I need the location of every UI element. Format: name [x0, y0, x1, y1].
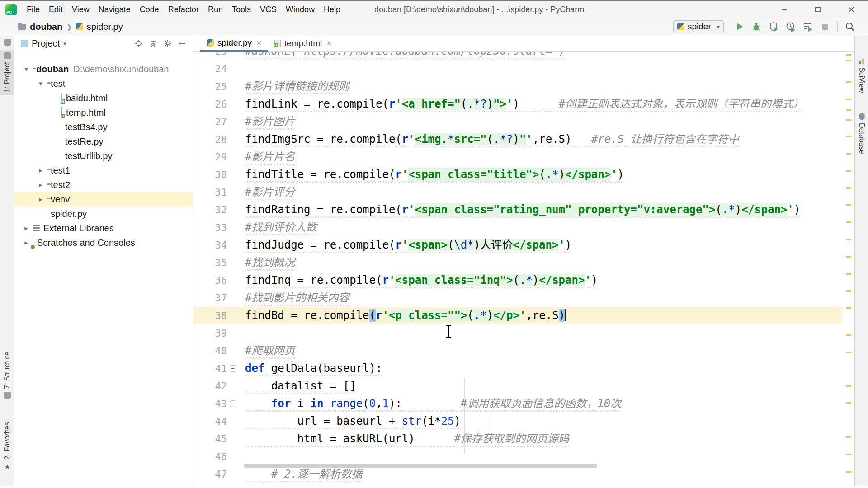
code-line-35[interactable]: 35#找到概况 [193, 254, 842, 272]
code-line-43[interactable]: 43− for i in range(0,1): #调用获取页面信息的函数，10… [193, 395, 842, 413]
menu-edit[interactable]: Edit [44, 1, 67, 18]
horizontal-scrollbar[interactable] [244, 464, 597, 468]
menu-code[interactable]: Code [135, 1, 164, 18]
code-line-24[interactable]: 24 [193, 60, 842, 78]
code-line-33[interactable]: 33#找到评价人数 [193, 219, 842, 236]
tree-item-testbs4-py[interactable]: testBs4.py [14, 120, 193, 134]
code-editor[interactable]: 23#askURL("https://movie.douban.com/top2… [193, 52, 842, 486]
run-with-coverage-button[interactable] [768, 21, 779, 33]
code-line-28[interactable]: 28findImgSrc = re.compile(r'<img.*src="(… [193, 131, 842, 148]
tool-window-tab-sciview[interactable]: SciView [855, 58, 868, 93]
tool-window-switcher-icon[interactable] [4, 39, 11, 46]
code-line-31[interactable]: 31#影片评分 [193, 183, 842, 201]
run-configuration-select[interactable]: spider ▾ [673, 20, 724, 33]
tree-item-label: test [51, 79, 65, 89]
maximize-button[interactable] [801, 1, 835, 18]
fold-gutter [227, 183, 239, 201]
tree-item-baidu-html[interactable]: baidu.html [14, 91, 193, 105]
settings-gear-icon[interactable] [164, 39, 172, 47]
menu-help[interactable]: Help [319, 1, 345, 18]
tree-item-testurllib-py[interactable]: testUrllib.py [14, 149, 193, 163]
code-line-26[interactable]: 26findLink = re.compile(r'<a href="(.*?)… [193, 95, 842, 113]
right-tool-stripe: SciView Database [854, 35, 868, 486]
code-line-38[interactable]: 38findBd = re.compile(r'<p class="">(.*)… [193, 307, 842, 324]
menu-window[interactable]: Window [281, 1, 319, 18]
fold-gutter [227, 254, 239, 272]
editor-tab-spider-py[interactable]: spider.py✕ [200, 35, 268, 52]
collapse-all-icon[interactable] [149, 39, 157, 47]
code-line-45[interactable]: 45 html = askURL(url) #保存获取到的网页源码 [193, 430, 842, 448]
tree-item-douban[interactable]: ▾doubanD:\demo\shixun\douban [14, 62, 193, 76]
run-button[interactable] [733, 21, 745, 33]
tree-chevron-icon[interactable]: ▾ [20, 65, 33, 73]
menu-navigate[interactable]: Navigate [94, 1, 135, 18]
stop-button[interactable] [819, 21, 831, 33]
code-line-25[interactable]: 25#影片详情链接的规则 [193, 78, 842, 95]
code-line-30[interactable]: 30findTitle = re.compile(r'<span class="… [193, 166, 842, 183]
tool-window-tab-favorites[interactable]: 2: Favorites ★ [0, 422, 14, 471]
tree-chevron-icon[interactable]: ▾ [34, 80, 47, 88]
tree-item-test[interactable]: ▾test [14, 76, 193, 91]
tool-window-tab-project[interactable]: 1: Project [0, 50, 14, 95]
tool-window-tab-database[interactable]: Database [855, 113, 868, 154]
code-line-41[interactable]: 41−def getData(baseurl): [193, 360, 842, 377]
editor-tab-temp-html[interactable]: temp.html✕ [268, 35, 338, 52]
locate-file-icon[interactable] [135, 39, 143, 47]
tab-close-icon[interactable]: ✕ [256, 39, 262, 47]
tree-chevron-icon[interactable]: ▸ [34, 195, 47, 203]
error-stripe[interactable] [842, 52, 854, 486]
code-line-46[interactable]: 46 [193, 448, 842, 465]
code-line-27[interactable]: 27#影片图片 [193, 113, 842, 131]
close-button[interactable] [835, 1, 868, 18]
code-text: for i in range(0,1): #调用获取页面信息的函数，10次 [245, 395, 621, 413]
minimize-button[interactable] [768, 1, 801, 18]
code-line-32[interactable]: 32findRating = re.compile(r'<span class=… [193, 201, 842, 219]
tree-item-spider-py[interactable]: spider.py [14, 206, 193, 221]
profiler-button[interactable] [785, 21, 797, 33]
chevron-down-icon[interactable]: ▾ [63, 40, 66, 47]
menu-vcs[interactable]: VCS [255, 1, 281, 18]
hide-panel-icon[interactable] [178, 39, 186, 47]
code-line-39[interactable]: 39 [193, 324, 842, 342]
menu-view[interactable]: View [67, 1, 94, 18]
code-line-23[interactable]: 23#askURL("https://movie.douban.com/top2… [193, 52, 842, 60]
project-panel-title[interactable]: Project [32, 38, 60, 49]
code-line-42[interactable]: 42 datalist = [] [193, 377, 842, 395]
sciview-tab-label: SciView [858, 67, 866, 93]
breadcrumb-file[interactable]: spider.py [87, 22, 123, 32]
search-everywhere-button[interactable] [844, 21, 856, 33]
tree-item-venv[interactable]: ▸venv [14, 192, 193, 206]
code-line-40[interactable]: 40#爬取网页 [193, 342, 842, 360]
execute-selection-button[interactable] [802, 21, 814, 33]
tree-chevron-icon[interactable]: ▸ [34, 181, 47, 189]
line-number: 35 [193, 254, 227, 272]
code-line-34[interactable]: 34findJudge = re.compile(r'<span>(\d*)人评… [193, 236, 842, 254]
tree-item-scratches-and-consoles[interactable]: ▸Scratches and Consoles [14, 235, 193, 250]
breadcrumb-folder[interactable]: douban [30, 22, 62, 32]
tool-window-tab-structure[interactable]: 7: Structure [0, 352, 14, 399]
code-line-36[interactable]: 36findInq = re.compile(r'<span class="in… [193, 272, 842, 289]
code-line-47[interactable]: 47 # 2.逐一解析数据 [193, 465, 842, 483]
tree-chevron-icon[interactable]: ▸ [34, 166, 47, 174]
tree-item-testre-py[interactable]: testRe.py [14, 134, 193, 149]
line-number: 28 [193, 131, 227, 148]
code-line-29[interactable]: 29#影片片名 [193, 148, 842, 166]
menu-tools[interactable]: Tools [227, 1, 255, 18]
menu-file[interactable]: File [22, 1, 44, 18]
debug-button[interactable] [750, 21, 762, 33]
menu-run[interactable]: Run [203, 1, 227, 18]
fold-marker-icon[interactable]: − [227, 395, 239, 413]
fold-marker-icon[interactable]: − [227, 360, 239, 377]
tab-close-icon[interactable]: ✕ [326, 40, 332, 47]
tree-chevron-icon[interactable]: ▸ [20, 224, 33, 232]
menu-refactor[interactable]: Refactor [164, 1, 203, 18]
line-number: 40 [193, 342, 227, 360]
tree-item-test1[interactable]: ▸test1 [14, 163, 193, 178]
code-line-44[interactable]: 44 url = baseurl + str(i*25) [193, 413, 842, 430]
tree-item-test2[interactable]: ▸test2 [14, 178, 193, 192]
editor-area: spider.py✕temp.html✕ 23#askURL("https://… [193, 35, 854, 486]
fold-gutter [227, 465, 239, 483]
code-line-37[interactable]: 37#找到影片的相关内容 [193, 289, 842, 307]
tree-item-external-libraries[interactable]: ▸External Libraries [14, 221, 193, 235]
tree-item-temp-html[interactable]: temp.html [14, 105, 193, 120]
